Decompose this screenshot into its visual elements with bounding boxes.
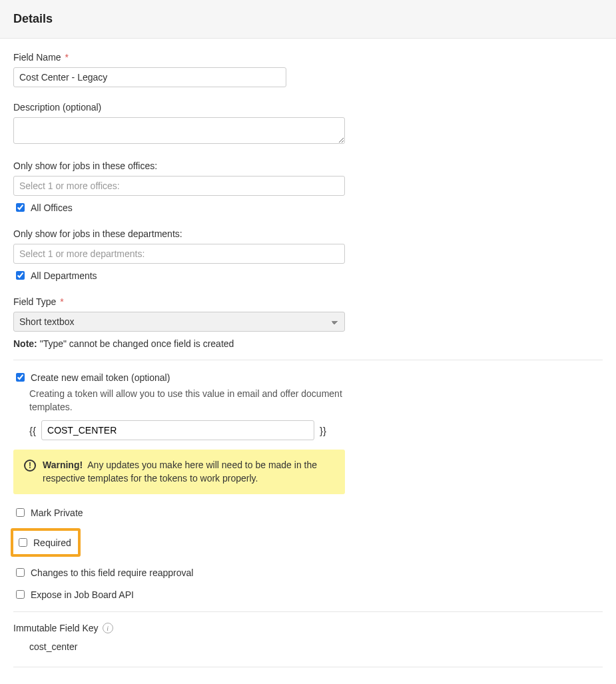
- all-offices-label: All Offices: [31, 202, 73, 213]
- token-hint: Creating a token will allow you to use t…: [29, 388, 342, 414]
- field-name-input[interactable]: [13, 67, 286, 87]
- all-offices-row: All Offices: [13, 201, 603, 214]
- offices-label: Only show for jobs in these offices:: [13, 161, 603, 171]
- required-asterisk: *: [60, 296, 63, 307]
- details-header: Details: [0, 0, 616, 39]
- description-group: Description (optional): [13, 102, 603, 146]
- note-bold: Note:: [13, 338, 37, 349]
- mark-private-label: Mark Private: [31, 508, 83, 518]
- all-departments-label: All Departments: [31, 270, 97, 281]
- offices-multiselect[interactable]: Select 1 or more offices:: [13, 176, 345, 196]
- divider: [13, 360, 603, 360]
- immutable-value: cost_center: [29, 641, 603, 652]
- create-token-label: Create new email token (optional): [31, 372, 170, 383]
- departments-label: Only show for jobs in these departments:: [13, 228, 603, 239]
- token-group: Create new email token (optional) Creati…: [13, 371, 603, 494]
- required-checkbox[interactable]: [19, 538, 27, 547]
- field-type-label: Field Type *: [13, 296, 603, 307]
- divider: [13, 611, 603, 612]
- all-departments-row: All Departments: [13, 269, 603, 282]
- mark-private-row: Mark Private: [13, 506, 603, 519]
- warning-content: Warning! Any updates you make here will …: [43, 459, 334, 485]
- all-departments-checkbox[interactable]: [16, 271, 25, 280]
- reapproval-checkbox[interactable]: [16, 568, 25, 577]
- warning-icon: !: [24, 460, 36, 472]
- required-label: Required: [33, 537, 71, 548]
- warning-text: Any updates you make here will need to b…: [43, 460, 317, 484]
- form-content: Field Name * Description (optional) Only…: [0, 39, 616, 684]
- description-label: Description (optional): [13, 102, 603, 113]
- token-close-braces: }}: [320, 425, 326, 436]
- note-text: "Type" cannot be changed once field is c…: [40, 338, 234, 349]
- info-icon[interactable]: i: [103, 623, 113, 633]
- expose-api-row: Expose in Job Board API: [13, 588, 603, 601]
- offices-group: Only show for jobs in these offices: Sel…: [13, 161, 603, 214]
- page-title: Details: [13, 12, 603, 26]
- reapproval-label: Changes to this field require reapproval: [31, 567, 193, 578]
- warning-box: ! Warning! Any updates you make here wil…: [13, 450, 345, 494]
- all-offices-checkbox[interactable]: [16, 203, 25, 212]
- immutable-group: Immutable Field Key i cost_center: [13, 623, 603, 652]
- create-token-checkbox[interactable]: [16, 373, 25, 382]
- token-input[interactable]: [41, 420, 314, 440]
- reapproval-row: Changes to this field require reapproval: [13, 566, 603, 579]
- field-type-note: Note: "Type" cannot be changed once fiel…: [13, 338, 603, 349]
- field-type-select[interactable]: Short textbox: [13, 312, 345, 332]
- expose-api-label: Expose in Job Board API: [31, 589, 134, 600]
- warning-title: Warning!: [43, 460, 83, 470]
- token-open-braces: {{: [29, 425, 36, 436]
- departments-multiselect[interactable]: Select 1 or more departments:: [13, 244, 345, 264]
- description-input[interactable]: [13, 117, 345, 144]
- field-name-group: Field Name *: [13, 52, 603, 87]
- immutable-label: Immutable Field Key: [13, 623, 99, 633]
- field-type-group: Field Type * Short textbox Note: "Type" …: [13, 296, 603, 349]
- field-name-label-text: Field Name: [13, 52, 61, 63]
- required-highlight: Required: [11, 528, 81, 557]
- divider: [13, 667, 603, 667]
- mark-private-checkbox[interactable]: [16, 508, 25, 517]
- field-type-label-text: Field Type: [13, 296, 56, 307]
- options-block: Mark Private Required Changes to this fi…: [13, 506, 603, 601]
- expose-api-checkbox[interactable]: [16, 590, 25, 599]
- departments-group: Only show for jobs in these departments:…: [13, 228, 603, 282]
- token-input-row: {{ }}: [29, 420, 603, 440]
- field-name-label: Field Name *: [13, 52, 603, 63]
- immutable-label-row: Immutable Field Key i: [13, 623, 603, 633]
- required-asterisk: *: [65, 52, 68, 63]
- token-checkbox-row: Create new email token (optional): [13, 371, 603, 384]
